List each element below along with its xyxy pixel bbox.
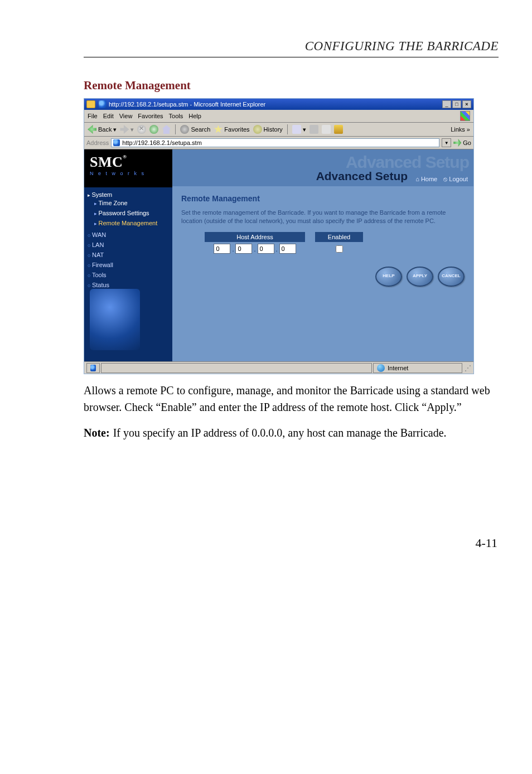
ip-octet-4[interactable]: [279, 244, 296, 254]
banner-logout-link[interactable]: Logout: [443, 176, 468, 182]
print-button[interactable]: [309, 125, 318, 134]
ie-status-icon: [90, 365, 96, 371]
menu-favorites[interactable]: Favorites: [138, 113, 163, 119]
note-label: Note:: [84, 424, 110, 441]
globe-icon: [377, 364, 385, 372]
note-body: If you specify an IP address of 0.0.0.0,…: [113, 424, 499, 441]
brand-logo: SMC® N e t w o r k s: [84, 149, 172, 187]
banner: Advanced Setup Advanced Setup Home Logou…: [172, 149, 473, 186]
col-host-address: Host Address: [205, 232, 305, 242]
page-ie-icon: [113, 139, 120, 146]
status-ie-icon-cell: [86, 363, 100, 373]
host-address-inputs: . . .: [205, 244, 305, 254]
sidebar-item-nat[interactable]: NAT: [88, 250, 172, 260]
sidebar-item-password-settings[interactable]: Password Settings: [94, 208, 172, 218]
toolbar-divider: [175, 124, 176, 134]
discuss-button[interactable]: [334, 125, 343, 134]
stop-icon: [137, 125, 146, 134]
panel-description: Set the remote management of the Barrica…: [181, 209, 449, 225]
toolbar-divider-2: [287, 124, 288, 134]
menubar: File Edit View Favorites Tools Help: [84, 110, 473, 123]
back-button[interactable]: Back ▾: [88, 125, 117, 134]
favorites-button[interactable]: Favorites: [214, 125, 249, 134]
window-close-button[interactable]: ×: [462, 100, 471, 108]
links-button[interactable]: Links »: [451, 126, 470, 133]
address-input[interactable]: http://192.168.2.1/setupa.stm: [122, 139, 437, 146]
router-page: SMC® N e t w o r k s System Time Zone Pa…: [84, 149, 473, 361]
menu-tools[interactable]: Tools: [169, 113, 183, 119]
search-button[interactable]: Search: [180, 125, 210, 134]
banner-title: Advanced Setup: [316, 170, 408, 183]
browser-window: http://192.168.2.1/setupa.stm - Microsof…: [84, 98, 474, 374]
resize-grip-icon[interactable]: ⋰: [462, 364, 471, 372]
table-header: Host Address Enabled: [205, 232, 465, 242]
window-title: http://192.168.2.1/setupa.stm - Microsof…: [109, 101, 265, 108]
apply-button[interactable]: APPLY: [407, 267, 433, 287]
page-running-header: CONFIGURING THE BARRICADE: [84, 39, 499, 54]
address-input-wrap: http://192.168.2.1/setupa.stm: [111, 138, 439, 147]
sidebar-item-time-zone[interactable]: Time Zone: [94, 198, 172, 208]
enabled-checkbox[interactable]: [336, 245, 343, 253]
ms-throbber-icon: [460, 111, 470, 121]
body-paragraph: Allows a remote PC to configure, manage,…: [84, 382, 499, 415]
page-number: 4-11: [84, 536, 499, 550]
home-button[interactable]: [162, 125, 171, 134]
status-zone-label: Internet: [388, 365, 408, 371]
home-icon: [162, 125, 171, 134]
cancel-button[interactable]: CANCEL: [438, 267, 465, 287]
address-dropdown-button[interactable]: ▼: [442, 138, 451, 147]
search-icon: [180, 125, 189, 134]
window-minimize-button[interactable]: _: [442, 100, 451, 108]
banner-home-link[interactable]: Home: [415, 176, 437, 182]
section-title: Remote Management: [84, 79, 499, 93]
menu-view[interactable]: View: [119, 113, 133, 119]
header-divider: [84, 57, 499, 57]
menu-help[interactable]: Help: [188, 113, 201, 119]
refresh-button[interactable]: [149, 125, 158, 134]
forward-button[interactable]: ▾: [120, 125, 134, 134]
status-text-cell: [101, 363, 372, 373]
edit-button[interactable]: [322, 125, 331, 134]
discuss-icon: [334, 125, 343, 134]
forward-arrow-icon: [120, 125, 129, 134]
history-icon: [253, 125, 262, 134]
menu-edit[interactable]: Edit: [103, 113, 114, 119]
status-bar: Internet ⋰: [84, 361, 473, 374]
note-block: Note: If you specify an IP address of 0.…: [84, 424, 499, 441]
status-zone-cell: Internet: [373, 363, 462, 373]
window-maximize-button[interactable]: □: [452, 100, 461, 108]
address-label: Address: [86, 139, 109, 146]
mail-button[interactable]: ▾: [292, 125, 306, 134]
refresh-icon: [149, 125, 158, 134]
stop-button[interactable]: [137, 125, 146, 134]
ie-icon: [99, 100, 107, 108]
col-enabled: Enabled: [315, 232, 363, 242]
go-button[interactable]: Go: [453, 139, 471, 147]
ip-octet-2[interactable]: [235, 244, 252, 254]
edit-icon: [322, 125, 331, 134]
table-row: . . .: [205, 244, 465, 254]
help-button[interactable]: HELP: [375, 267, 402, 287]
sidebar-item-remote-management[interactable]: Remote Management: [94, 218, 172, 228]
toolbar: Back ▾ ▾ Search Favorites History ▾ Link…: [84, 123, 473, 137]
content-area: Advanced Setup Advanced Setup Home Logou…: [172, 149, 473, 361]
panel-heading: Remote Management: [181, 194, 465, 203]
sidebar-item-wan[interactable]: WAN: [88, 230, 172, 240]
banner-ghost-text: Advanced Setup: [346, 153, 469, 172]
sidebar-item-tools[interactable]: Tools: [88, 270, 172, 280]
sidebar-item-system[interactable]: System Time Zone Password Settings Remot…: [88, 190, 172, 230]
window-titlebar: http://192.168.2.1/setupa.stm - Microsof…: [84, 99, 473, 110]
sidebar-item-lan[interactable]: LAN: [88, 240, 172, 250]
sidebar-item-firewall[interactable]: Firewall: [88, 260, 172, 270]
history-button[interactable]: History: [253, 125, 283, 134]
button-row: HELP APPLY CANCEL: [181, 267, 465, 287]
sidebar-illustration: [90, 289, 140, 350]
ip-octet-1[interactable]: [214, 244, 230, 254]
flag-badge-icon: [86, 100, 95, 108]
print-icon: [309, 125, 318, 134]
ip-octet-3[interactable]: [258, 244, 274, 254]
sidebar: SMC® N e t w o r k s System Time Zone Pa…: [84, 149, 172, 361]
mail-icon: [292, 125, 301, 134]
menu-file[interactable]: File: [88, 113, 98, 119]
favorites-star-icon: [214, 125, 223, 134]
